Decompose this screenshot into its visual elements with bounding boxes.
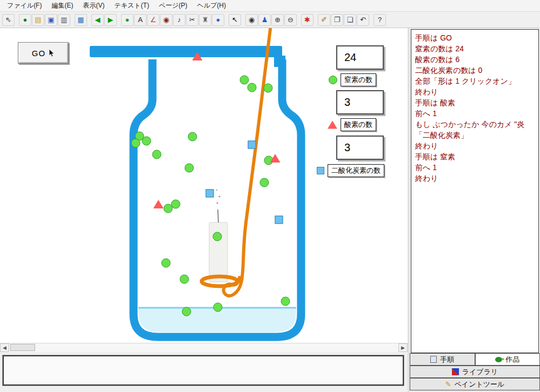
work-tab-label: 作品 — [505, 355, 519, 364]
code-line: 二酸化炭素の数は 0 — [415, 65, 535, 76]
pointer-tool-button[interactable]: ↖ — [229, 14, 241, 26]
save-file-button[interactable]: ▣ — [45, 14, 57, 26]
code-lines[interactable]: 手順は GO窒素の数は 24酸素の数は 6二酸化炭素の数は 0全部「形は 1 ク… — [411, 29, 539, 353]
nitrogen-molecule — [281, 297, 290, 306]
tab-row-top: 手順 作品 — [410, 353, 540, 366]
back-button[interactable]: ◀ — [91, 14, 104, 26]
code-line: 手順は 酸素 — [415, 97, 535, 108]
scroll-right-button[interactable]: ▶ — [398, 343, 408, 352]
code-line: 手順は 窒素 — [415, 151, 535, 162]
undo-icon: ↶ — [360, 16, 366, 23]
tools-button[interactable]: ✐ — [318, 14, 330, 26]
menu-item[interactable]: ヘルプ(H) — [192, 0, 231, 11]
network-tool-button[interactable]: ● — [212, 14, 224, 26]
nitrogen-molecule — [214, 303, 223, 312]
forward-button[interactable]: ▶ — [104, 14, 117, 26]
nitrogen-molecule — [185, 164, 194, 173]
scrollbar-thumb[interactable] — [10, 344, 35, 351]
co2-icon — [317, 167, 324, 174]
scrollbar-track[interactable] — [9, 343, 398, 352]
tab-work[interactable]: 作品 — [475, 353, 540, 366]
paste-button[interactable]: ❏ — [344, 14, 356, 26]
nitrogen-molecule — [131, 139, 141, 148]
co2-molecule — [206, 190, 214, 198]
turtle-tool-button[interactable]: ● — [121, 14, 134, 26]
scroll-left-button[interactable]: ◀ — [0, 343, 9, 352]
menu-item[interactable]: ページ(P) — [154, 0, 192, 11]
table-grid-button[interactable]: ▦ — [75, 14, 87, 26]
back-icon: ◀ — [95, 16, 101, 23]
robot-tool-icon: ♜ — [202, 16, 209, 23]
stamp-tool-icon: ♟ — [262, 16, 268, 23]
oxygen-icon — [328, 121, 337, 129]
co2-counter: 3 — [336, 136, 384, 160]
code-line: 終わり — [415, 86, 535, 97]
select-tool-button[interactable]: ⇖ — [2, 14, 15, 26]
menu-bar: ファイル(F)編集(E)表示(V)テキスト(T)ページ(P)ヘルプ(H) — [0, 0, 540, 12]
music-tool-button[interactable]: ♪ — [173, 14, 185, 26]
code-line: もし ぶつかったか 今のカメ "炎 — [415, 119, 535, 130]
nitrogen-counter: 24 — [336, 45, 384, 70]
oxygen-label: 酸素の数 — [341, 118, 376, 131]
paint-icon: ✎ — [445, 381, 451, 388]
console-output-box[interactable] — [3, 355, 404, 386]
tab-library[interactable]: ライブラリ — [410, 366, 540, 378]
main-area: GO 24 3 3 窒素の数 酸素の数 二酸 — [0, 28, 540, 392]
eye-tool-button[interactable]: ◉ — [160, 14, 172, 26]
toolbar-group: ⇖ — [2, 14, 15, 26]
watch-tool-button[interactable]: ◉ — [245, 14, 258, 26]
table-grid-icon: ▦ — [77, 16, 84, 23]
oxygen-counter: 3 — [336, 90, 384, 114]
menu-item[interactable]: テキスト(T) — [109, 0, 154, 11]
toolbar-group: ✱ — [301, 14, 314, 26]
new-turtle-button[interactable]: ● — [19, 14, 31, 26]
open-file-button[interactable]: ▤ — [32, 14, 44, 26]
toolbar: ⇖●▤▣▥▦◀▶●A∠◉♪✂♜●↖◉♟⊕⊖✱✐❐❏↶? — [0, 12, 540, 28]
eye-tool-icon: ◉ — [163, 16, 169, 23]
stop-button[interactable]: ✱ — [301, 14, 314, 26]
stamp-tool-button[interactable]: ♟ — [258, 14, 271, 26]
nitrogen-molecule — [182, 307, 191, 316]
zoom-in-button[interactable]: ⊕ — [271, 14, 284, 26]
horizontal-scrollbar[interactable]: ◀ ▶ — [0, 343, 408, 352]
open-file-icon: ▤ — [35, 16, 41, 23]
tab-procedure[interactable]: 手順 — [410, 353, 475, 366]
tab-paint[interactable]: ✎ ペイントツール — [410, 378, 540, 390]
jar-lid — [90, 46, 282, 57]
go-button[interactable]: GO — [18, 42, 69, 64]
menu-item[interactable]: 編集(E) — [46, 0, 78, 11]
go-button-label: GO — [32, 49, 45, 58]
co2-molecule — [275, 216, 283, 224]
undo-button[interactable]: ↶ — [357, 14, 369, 26]
text-tool-button[interactable]: A — [134, 14, 146, 26]
stop-icon: ✱ — [304, 16, 310, 23]
scissors-tool-button[interactable]: ✂ — [186, 14, 198, 26]
smoke-dot — [216, 202, 218, 204]
nitrogen-molecule — [260, 178, 269, 187]
toolbar-group: ●▤▣▥ — [19, 14, 70, 26]
simulation-canvas[interactable]: GO 24 3 3 窒素の数 酸素の数 二酸 — [0, 28, 408, 343]
text-tool-icon: A — [138, 16, 143, 23]
code-line: 酸素の数は 6 — [415, 54, 535, 65]
code-line: 終わり — [415, 140, 535, 151]
oxygen-label-row: 酸素の数 — [328, 118, 376, 131]
robot-tool-button[interactable]: ♜ — [199, 14, 211, 26]
help-icon: ? — [378, 16, 382, 23]
left-column: GO 24 3 3 窒素の数 酸素の数 二酸 — [0, 28, 408, 392]
library-tab-label: ライブラリ — [462, 367, 498, 377]
nitrogen-molecule — [240, 76, 249, 85]
print-button[interactable]: ▥ — [58, 14, 70, 26]
nitrogen-molecule — [213, 232, 222, 241]
zoom-in-icon: ⊕ — [275, 16, 281, 23]
code-line: 前へ 1 — [415, 108, 535, 119]
tab-row-paint: ✎ ペイントツール — [410, 378, 540, 390]
toolbar-group: ●A∠◉♪✂♜● — [121, 14, 224, 26]
copy-button[interactable]: ❐ — [331, 14, 343, 26]
help-button[interactable]: ? — [374, 14, 386, 26]
menu-item[interactable]: ファイル(F) — [2, 0, 46, 11]
zoom-out-button[interactable]: ⊖ — [284, 14, 297, 26]
menu-item[interactable]: 表示(V) — [78, 0, 109, 11]
toolbar-group: ✐❐❏↶ — [318, 14, 369, 26]
pointer-tool-icon: ↖ — [232, 16, 238, 23]
angle-tool-button[interactable]: ∠ — [147, 14, 159, 26]
